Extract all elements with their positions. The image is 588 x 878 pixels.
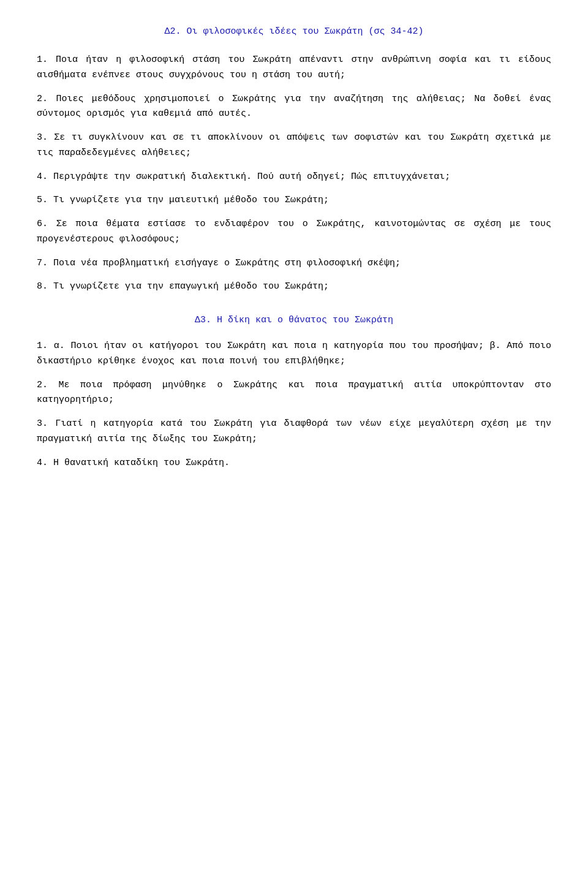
question-body: α. Ποιοι ήταν οι κατήγοροι του Σωκράτη κ… xyxy=(37,341,551,366)
section-delta2: 1. Ποια ήταν η φιλοσοφική στάση του Σωκρ… xyxy=(37,53,551,295)
question-number: 4. xyxy=(37,172,48,182)
question-number: 2. xyxy=(37,94,48,104)
question-body: Σε ποια θέματα εστίασε το ενδιαφέρον του… xyxy=(37,219,551,244)
question-number: 3. xyxy=(37,418,48,429)
section-delta3-heading: Δ3. Η δίκη και ο θάνατος του Σωκράτη xyxy=(37,313,551,328)
question-body: Τι γνωρίζετε για την μαιευτική μέθοδο το… xyxy=(53,195,329,205)
question-d2-8: 8. Τι γνωρίζετε για την επαγωγική μέθοδο… xyxy=(37,279,551,295)
question-number: 1. xyxy=(37,341,48,351)
question-d2-7: 7. Ποια νέα προβληματική εισήγαγε ο Σωκρ… xyxy=(37,256,551,271)
question-d3-2: 2. Με ποια πρόφαση μηνύθηκε ο Σωκράτης κ… xyxy=(37,378,551,409)
question-number: 2. xyxy=(37,380,48,390)
question-body: Γιατί η κατηγορία κατά του Σωκράτη για δ… xyxy=(37,418,551,444)
question-number: 5. xyxy=(37,195,48,205)
question-number: 6. xyxy=(37,219,48,229)
question-body: Ποια ήταν η φιλοσοφική στάση του Σωκράτη… xyxy=(37,55,551,80)
question-d2-5: 5. Τι γνωρίζετε για την μαιευτική μέθοδο… xyxy=(37,193,551,208)
question-d2-6: 6. Σε ποια θέματα εστίασε το ενδιαφέρον … xyxy=(37,217,551,248)
question-d2-2: 2. Ποιες μεθόδους χρησιμοποιεί ο Σωκράτη… xyxy=(37,92,551,123)
question-d2-1: 1. Ποια ήταν η φιλοσοφική στάση του Σωκρ… xyxy=(37,53,551,83)
question-body: Τι γνωρίζετε για την επαγωγική μέθοδο το… xyxy=(53,281,329,292)
question-d2-3: 3. Σε τι συγκλίνουν και σε τι αποκλίνουν… xyxy=(37,131,551,161)
question-d3-1: 1. α. Ποιοι ήταν οι κατήγοροι του Σωκράτ… xyxy=(37,339,551,369)
question-number: 4. xyxy=(37,458,48,468)
question-number: 8. xyxy=(37,281,48,292)
question-body: Με ποια πρόφαση μηνύθηκε ο Σωκράτης και … xyxy=(37,380,551,406)
question-d3-3: 3. Γιατί η κατηγορία κατά του Σωκράτη γι… xyxy=(37,417,551,447)
question-number: 1. xyxy=(37,55,48,65)
question-body: Ποιες μεθόδους χρησιμοποιεί ο Σωκράτης γ… xyxy=(37,94,551,119)
question-number: 3. xyxy=(37,132,48,143)
question-number: 7. xyxy=(37,258,48,268)
question-body: Η θανατική καταδίκη του Σωκράτη. xyxy=(53,458,230,468)
question-body: Ποια νέα προβληματική εισήγαγε ο Σωκράτη… xyxy=(53,258,401,268)
section-delta3: Δ3. Η δίκη και ο θάνατος του Σωκράτη 1. … xyxy=(37,313,551,471)
page-content: Δ2. Οι φιλοσοφικές ιδέες του Σωκράτη (σς… xyxy=(37,25,551,471)
question-body: Περιγράψτε την σωκρατική διαλεκτική. Πού… xyxy=(53,172,450,182)
section-delta2-heading: Δ2. Οι φιλοσοφικές ιδέες του Σωκράτη (σς… xyxy=(37,25,551,39)
question-d2-4: 4. Περιγράψτε την σωκρατική διαλεκτική. … xyxy=(37,170,551,185)
question-d3-4: 4. Η θανατική καταδίκη του Σωκράτη. xyxy=(37,456,551,471)
question-body: Σε τι συγκλίνουν και σε τι αποκλίνουν οι… xyxy=(37,132,551,158)
